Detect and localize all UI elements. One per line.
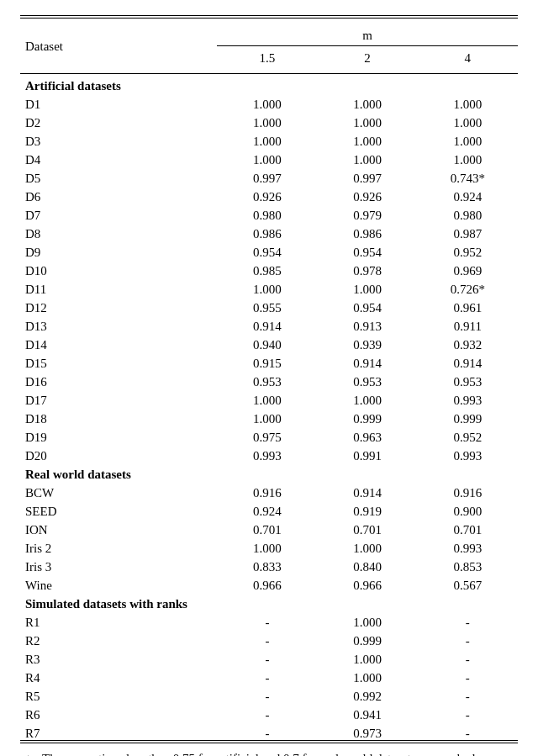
table-row: D120.9550.9540.961 <box>20 296 518 315</box>
row-label: D16 <box>20 370 217 389</box>
table-row: D70.9800.9790.980 <box>20 204 518 222</box>
cell-value: 0.986 <box>217 222 317 241</box>
row-label: D2 <box>20 111 217 130</box>
cell-value: 0.952 <box>418 241 518 259</box>
table-row: R1-1.000- <box>20 611 518 629</box>
cell-value: 1.000 <box>418 93 518 111</box>
cell-value: 1.000 <box>318 93 418 111</box>
table-row: SEED0.9240.9190.900 <box>20 500 518 518</box>
table-row: D181.0000.9990.999 <box>20 407 518 426</box>
table-row: Iris 30.8330.8400.853 <box>20 555 518 574</box>
cell-value: 0.993 <box>217 444 317 463</box>
row-label: D6 <box>20 185 217 204</box>
row-label: D9 <box>20 241 217 259</box>
cell-value: 0.911 <box>418 315 518 333</box>
table-row: D111.0001.0000.726* <box>20 278 518 296</box>
row-label: R6 <box>20 703 217 722</box>
cell-value: 0.963 <box>318 426 418 444</box>
cell-value: 0.975 <box>217 426 317 444</box>
cell-value: 1.000 <box>418 130 518 148</box>
cell-value: 0.915 <box>217 352 317 370</box>
table-row: D100.9850.9780.969 <box>20 259 518 278</box>
header-dataset: Dataset <box>20 24 217 70</box>
cell-value: 1.000 <box>217 278 317 296</box>
table-row: R5-0.992- <box>20 685 518 703</box>
row-label: Wine <box>20 574 217 592</box>
cell-value: - <box>418 722 518 741</box>
cell-value: - <box>217 648 317 666</box>
cell-value: 0.999 <box>318 407 418 426</box>
table-row: D11.0001.0001.000 <box>20 93 518 111</box>
table-row: R4-1.000- <box>20 666 518 685</box>
cell-value: 0.726* <box>418 278 518 296</box>
cell-value: 0.955 <box>217 296 317 315</box>
cell-value: 1.000 <box>418 148 518 167</box>
section-header: Simulated datasets with ranks <box>20 592 518 611</box>
row-label: R5 <box>20 685 217 703</box>
header-m: m <box>217 24 518 42</box>
row-label: D12 <box>20 296 217 315</box>
cell-value: 0.916 <box>418 481 518 500</box>
row-label: D19 <box>20 426 217 444</box>
row-label: D8 <box>20 222 217 241</box>
row-label: D15 <box>20 352 217 370</box>
cell-value: 0.932 <box>418 333 518 352</box>
cell-value: 0.954 <box>217 241 317 259</box>
cell-value: - <box>418 648 518 666</box>
cell-value: 1.000 <box>217 389 317 407</box>
table-row: D31.0001.0001.000 <box>20 130 518 148</box>
cell-value: - <box>217 629 317 648</box>
cell-value: 0.979 <box>318 204 418 222</box>
row-label: R3 <box>20 648 217 666</box>
row-label: D17 <box>20 389 217 407</box>
cell-value: 0.914 <box>418 352 518 370</box>
cell-value: 0.913 <box>318 315 418 333</box>
cell-value: 1.000 <box>217 130 317 148</box>
section-header: Real world datasets <box>20 463 518 481</box>
cell-value: 0.966 <box>318 574 418 592</box>
table-row: D150.9150.9140.914 <box>20 352 518 370</box>
cell-value: 0.978 <box>318 259 418 278</box>
cell-value: 1.000 <box>217 148 317 167</box>
bottom-double-rule <box>20 741 518 743</box>
cell-value: 0.952 <box>418 426 518 444</box>
table-row: ION0.7010.7010.701 <box>20 518 518 537</box>
table-note: ote: The proportions less than 0.75 for … <box>20 752 530 756</box>
cell-value: 1.000 <box>318 537 418 555</box>
cell-value: 0.919 <box>318 500 418 518</box>
cell-value: - <box>217 666 317 685</box>
cell-value: 1.000 <box>318 666 418 685</box>
cell-value: 0.926 <box>217 185 317 204</box>
cell-value: 1.000 <box>217 111 317 130</box>
cell-value: - <box>217 611 317 629</box>
cell-value: 0.853 <box>418 555 518 574</box>
cell-value: 0.953 <box>318 370 418 389</box>
table-row: D171.0001.0000.993 <box>20 389 518 407</box>
table-row: Wine0.9660.9660.567 <box>20 574 518 592</box>
cell-value: 0.993 <box>418 389 518 407</box>
cell-value: 1.000 <box>418 111 518 130</box>
row-label: D5 <box>20 167 217 185</box>
table-row: D60.9260.9260.924 <box>20 185 518 204</box>
col-header-2: 4 <box>418 46 518 70</box>
cell-value: - <box>217 703 317 722</box>
table-row: D190.9750.9630.952 <box>20 426 518 444</box>
row-label: Iris 2 <box>20 537 217 555</box>
row-label: D13 <box>20 315 217 333</box>
cell-value: 0.940 <box>217 333 317 352</box>
cell-value: 0.941 <box>318 703 418 722</box>
cell-value: 0.743* <box>418 167 518 185</box>
cell-value: 0.953 <box>217 370 317 389</box>
cell-value: 0.701 <box>418 518 518 537</box>
cell-value: 0.993 <box>418 444 518 463</box>
cell-value: 1.000 <box>217 407 317 426</box>
cell-value: 0.914 <box>318 352 418 370</box>
cell-value: 0.926 <box>318 185 418 204</box>
table-row: D140.9400.9390.932 <box>20 333 518 352</box>
cell-value: 0.900 <box>418 500 518 518</box>
cell-value: 0.997 <box>318 167 418 185</box>
table-row: R3-1.000- <box>20 648 518 666</box>
cell-value: 0.961 <box>418 296 518 315</box>
row-label: R1 <box>20 611 217 629</box>
row-label: D10 <box>20 259 217 278</box>
